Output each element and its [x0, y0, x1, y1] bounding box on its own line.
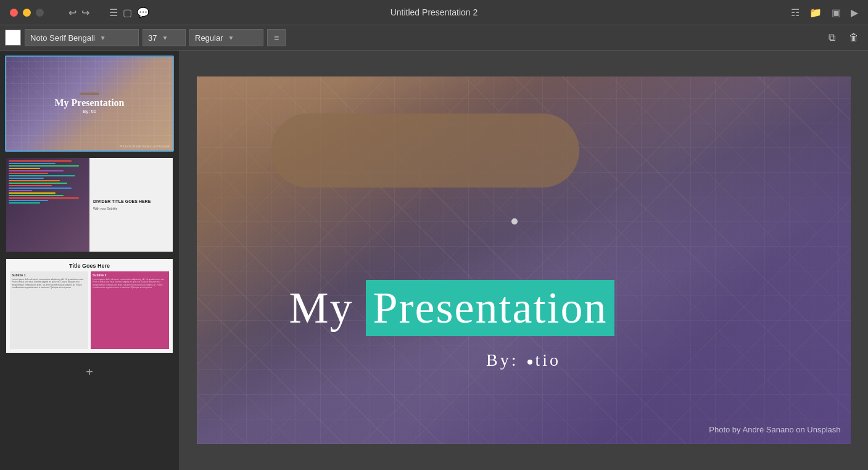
slide-3-background: Title Goes Here Subtitle 1 Lorem ipsum d… — [6, 259, 173, 353]
doc-icon[interactable]: ☶ — [791, 7, 800, 19]
copy-format-button[interactable]: ⧉ — [822, 29, 841, 46]
byline-dot — [527, 360, 532, 365]
slide-thumb-1[interactable]: My Presentation By: tio Photo by André S… — [5, 56, 174, 152]
slide-thumb-2[interactable]: DIVIDER TITLE GOES HERE With your Subtit… — [5, 157, 174, 253]
font-family-arrow: ▼ — [100, 35, 106, 41]
slide-3-text1: Lorem ipsum dolor sit amet, consectetur … — [12, 278, 86, 289]
slide-thumb-2-inner: DIVIDER TITLE GOES HERE With your Subtit… — [6, 158, 173, 252]
menu-icon[interactable]: ☰ — [109, 7, 118, 19]
redo-button[interactable]: ↪ — [81, 7, 89, 19]
titlebar-right: ☶ 📁 ▣ ▶ — [791, 7, 858, 19]
titlebar: ↩ ↪ ☰ ▢ 💬 Untitled Presentation 2 ☶ 📁 ▣ … — [0, 0, 868, 25]
slide-3-col2: Subtitle 2 Lorem ipsum dolor sit amet, c… — [91, 271, 169, 349]
slide-2-right: DIVIDER TITLE GOES HERE With your Subtit… — [89, 158, 173, 252]
slide-3-subtitle1: Subtitle 1 — [12, 273, 86, 277]
canvas-area: My Presentation By: tio Photo by André S… — [179, 51, 868, 470]
add-slide-button[interactable]: + — [5, 361, 174, 384]
slide-2-background: DIVIDER TITLE GOES HERE With your Subtit… — [6, 158, 173, 252]
slides-icon[interactable]: ▢ — [123, 7, 132, 19]
slide-title-part1: My — [289, 282, 366, 334]
slide-title-highlight: Presentation — [366, 280, 615, 336]
slide-1-background: My Presentation By: tio Photo by André S… — [6, 57, 173, 150]
window-icon[interactable]: ▣ — [832, 7, 841, 19]
titlebar-left: ↩ ↪ ☰ ▢ 💬 — [10, 7, 149, 19]
slide-3-col1: Subtitle 1 Lorem ipsum dolor sit amet, c… — [10, 271, 88, 349]
slide-dot — [511, 218, 518, 225]
slide-thumb-3-inner: Title Goes Here Subtitle 1 Lorem ipsum d… — [6, 259, 173, 353]
slide-2-heading: DIVIDER TITLE GOES HERE — [93, 199, 169, 204]
slide-title-part2: Presentation — [373, 283, 608, 332]
toolbar: Noto Serif Bengali ▼ 37 ▼ Regular ▼ ≡ ⧉ … — [0, 25, 868, 51]
slide-1-credit: Photo by André Sanano on Unsplash — [120, 144, 170, 148]
minimize-button[interactable] — [23, 9, 31, 17]
slide-shape — [271, 113, 579, 188]
font-family-select[interactable]: Noto Serif Bengali ▼ — [25, 29, 139, 46]
undo-button[interactable]: ↩ — [68, 7, 76, 19]
slide-3-title: Title Goes Here — [10, 263, 169, 269]
slide-3-text2: Lorem ipsum dolor sit amet, consectetur … — [93, 278, 167, 289]
font-style-select[interactable]: Regular ▼ — [189, 29, 263, 46]
color-swatch[interactable] — [5, 30, 21, 46]
main-area: My Presentation By: tio Photo by André S… — [0, 51, 868, 470]
slide-byline-text: By: tio — [486, 350, 561, 369]
slide-2-left — [6, 158, 89, 252]
code-lines — [9, 160, 87, 205]
slide-2-subtitle: With your Subtitle — [93, 207, 169, 210]
slide-thumb-3[interactable]: Title Goes Here Subtitle 1 Lorem ipsum d… — [5, 258, 174, 354]
play-icon[interactable]: ▶ — [851, 7, 858, 19]
close-button[interactable] — [10, 9, 18, 17]
align-button[interactable]: ≡ — [267, 29, 286, 46]
slide-credit: Photo by André Sanano on Unsplash — [709, 425, 840, 434]
font-size-select[interactable]: 37 ▼ — [143, 29, 186, 46]
delete-button[interactable]: 🗑 — [845, 29, 863, 46]
slide-3-cols: Subtitle 1 Lorem ipsum dolor sit amet, c… — [10, 271, 169, 349]
slide-1-byline: By: tio — [54, 109, 124, 114]
main-slide[interactable]: My Presentation By: tio Photo by André S… — [197, 76, 851, 444]
font-size-label: 37 — [148, 33, 157, 43]
font-family-label: Noto Serif Bengali — [30, 33, 95, 43]
comments-icon[interactable]: 💬 — [137, 7, 149, 19]
font-style-label: Regular — [195, 33, 223, 43]
window-title: Untitled Presentation 2 — [391, 7, 478, 17]
folder-icon[interactable]: 📁 — [809, 7, 822, 19]
font-style-arrow: ▼ — [228, 35, 234, 41]
slide-thumb-1-inner: My Presentation By: tio Photo by André S… — [6, 57, 173, 150]
font-size-arrow: ▼ — [162, 35, 168, 41]
slide-3-subtitle2: Subtitle 2 — [93, 273, 167, 277]
zoom-button[interactable] — [36, 9, 44, 17]
sidebar: My Presentation By: tio Photo by André S… — [0, 51, 179, 470]
slide-1-title: My Presentation — [54, 97, 124, 109]
slide-byline: By: tio — [197, 350, 851, 370]
slide-title-container: My Presentation — [289, 280, 851, 336]
